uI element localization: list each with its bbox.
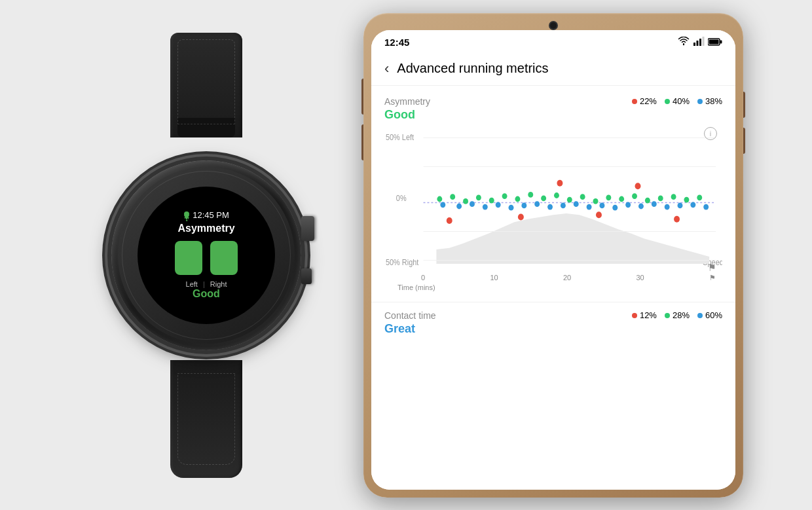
legend-dot-red [632,99,637,104]
svg-point-44 [496,202,501,208]
svg-text:0%: 0% [396,194,407,202]
svg-point-59 [690,202,695,208]
legend-val-red: 22% [640,96,657,106]
svg-point-54 [625,202,631,208]
legend-dot-blue [697,99,703,104]
band-stitch-top [177,39,235,124]
svg-point-52 [599,202,604,208]
x-axis-labels: 0 10 20 30 ⚑ [384,274,722,282]
x-axis-title: Time (mins) [384,282,722,297]
watch-crown [301,216,314,241]
x-label-0: 0 [421,274,425,282]
status-bar: 12:45 [371,30,735,52]
watch-wrapper: 12:45 PM Asymmetry Left | Right Good [95,33,318,478]
svg-point-65 [635,183,641,189]
watch-bar-right [210,241,238,275]
svg-point-33 [619,196,624,202]
app-content[interactable]: ‹ Advanced running metrics Asymmetry 22% [371,52,735,490]
asymmetry-label: Asymmetry [384,96,430,107]
svg-point-21 [463,198,468,204]
svg-point-42 [470,201,475,207]
svg-point-63 [557,179,563,186]
app-header: ‹ Advanced running metrics [371,52,735,86]
svg-point-22 [476,194,481,200]
contact-legend-blue: 60% [697,310,722,320]
phone-screen: 12:45 [371,30,735,490]
svg-point-20 [450,194,455,200]
asymmetry-legend: 22% 40% 38% [632,96,722,106]
watch-right-label: Right [210,280,227,288]
svg-point-39 [697,194,702,200]
watch-section: 12:45 PM Asymmetry Left | Right Good [69,13,344,498]
x-label-10: 10 [490,274,498,282]
svg-point-61 [447,217,452,224]
phone-top-bar [371,21,735,30]
wifi-icon [678,37,690,48]
svg-text:⚑: ⚑ [708,262,716,271]
svg-point-24 [502,193,507,199]
battery-icon [708,37,722,48]
watch-button [301,268,312,284]
chart-svg: 50% Left 0% 50% Right Speed [384,127,722,271]
legend-val-green: 40% [673,96,690,106]
svg-rect-4 [697,41,699,46]
svg-rect-8 [720,40,722,43]
location-icon [183,211,190,220]
band-stitch-bottom [177,373,235,465]
svg-point-35 [645,197,650,203]
svg-point-30 [580,194,585,200]
x-label-30: 30 [636,274,644,282]
contact-val-red: 12% [640,310,657,320]
asymmetry-status: Good [384,108,722,122]
watch-screen: 12:45 PM Asymmetry Left | Right Good [138,187,275,324]
asymmetry-header: Asymmetry 22% 40% [384,96,722,107]
svg-point-48 [547,204,553,209]
contact-dot-green [665,313,670,318]
svg-point-46 [521,202,526,208]
watch-case: 12:45 PM Asymmetry Left | Right Good [111,160,301,350]
svg-point-49 [561,202,566,208]
watch-bar-left [175,241,202,275]
contact-val-green: 28% [673,310,690,320]
svg-point-43 [483,204,488,209]
svg-point-50 [574,201,579,207]
svg-point-19 [437,196,442,202]
contact-legend-red: 12% [632,310,657,320]
svg-point-60 [703,204,709,209]
signal-icon [693,37,705,48]
watch-divider: | [203,280,205,288]
watch-metric-title: Asymmetry [177,223,234,234]
svg-point-53 [612,204,618,210]
svg-point-47 [534,201,540,207]
watch-bars [175,241,238,275]
svg-point-41 [456,203,462,209]
svg-point-62 [518,213,524,220]
svg-point-37 [671,194,676,200]
watch-time-row: 12:45 PM [183,210,229,220]
info-icon[interactable]: i [704,127,717,140]
app-title: Advanced running metrics [397,61,548,76]
watch-band-bottom [170,360,242,478]
svg-point-26 [528,192,533,198]
svg-rect-9 [709,39,719,44]
svg-rect-6 [703,37,705,46]
svg-marker-1 [184,215,189,220]
svg-point-57 [665,204,670,209]
contact-legend: 12% 28% 60% [632,310,722,320]
contact-legend-green: 28% [665,310,690,320]
legend-val-blue: 38% [705,96,722,106]
svg-point-32 [606,194,611,200]
watch-band-top [170,33,242,137]
svg-point-66 [674,215,680,222]
svg-point-31 [593,198,599,204]
svg-point-40 [440,202,445,208]
svg-point-36 [658,195,663,201]
watch-label-row: Left | Right [186,280,227,288]
svg-point-34 [632,193,637,199]
svg-point-28 [554,192,559,198]
svg-text:50% Right: 50% Right [386,258,419,266]
svg-rect-5 [699,39,701,46]
back-button[interactable]: ‹ [384,60,389,77]
x-label-20: 20 [563,274,571,282]
asymmetry-chart: i 50% Left 0% 50% Right Speed [384,127,722,271]
